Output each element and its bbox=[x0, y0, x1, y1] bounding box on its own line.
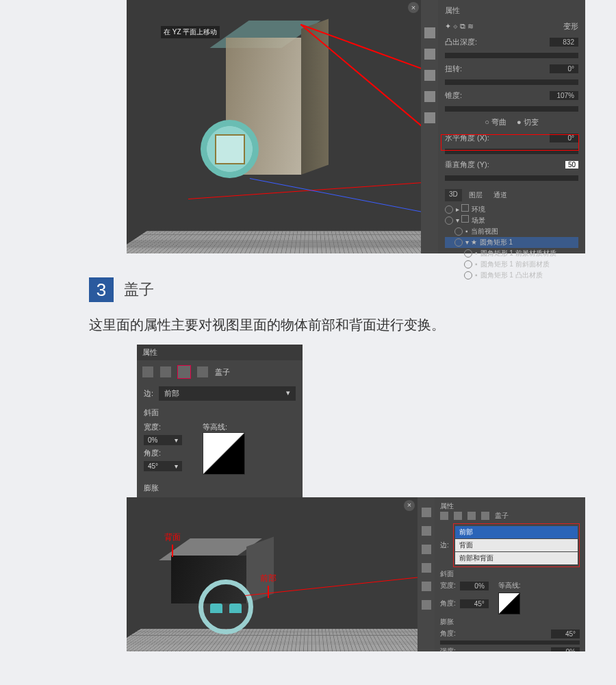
inf-angle-slider[interactable] bbox=[440, 640, 580, 645]
taper-slider[interactable] bbox=[445, 106, 578, 112]
shear-label: 切变 bbox=[524, 118, 539, 126]
coord-icon[interactable] bbox=[481, 512, 489, 520]
visibility-icon[interactable] bbox=[454, 227, 463, 236]
bevel-title: 斜面 bbox=[144, 408, 296, 418]
inf-angle-value[interactable]: 45° bbox=[551, 630, 580, 638]
extrude-slider[interactable] bbox=[445, 53, 578, 58]
properties-panel: 属性 ✦ ⟐ ⧉ ≋变形 凸出深度:832 扭转:0° 锥度:107% ○ 弯曲… bbox=[438, 0, 585, 253]
close-icon[interactable]: × bbox=[408, 2, 419, 13]
close-icon[interactable]: × bbox=[404, 500, 415, 511]
3d-viewport[interactable]: 在 YZ 平面上移动 × bbox=[127, 0, 421, 253]
cap-icon[interactable] bbox=[178, 366, 190, 378]
deform-icon[interactable] bbox=[160, 366, 171, 377]
mode-icons[interactable]: ✦ ⟐ ⧉ ≋ bbox=[445, 22, 474, 31]
side-label: 边: bbox=[144, 388, 153, 399]
tool-icon[interactable] bbox=[422, 563, 431, 573]
tool-icon[interactable] bbox=[424, 27, 435, 38]
visibility-icon[interactable] bbox=[464, 260, 472, 269]
tree-env[interactable]: 环境 bbox=[472, 204, 485, 215]
screenshot-cap-panel: 属性 盖子 边: 前部▾ 斜面 宽度: 0%▾ 角度: 45°▾ 等高线: 膨胀 bbox=[137, 345, 303, 497]
deform-icon[interactable] bbox=[454, 512, 462, 520]
dd-option-front[interactable]: 前部 bbox=[455, 526, 578, 538]
extrude-label: 凸出深度: bbox=[445, 37, 477, 47]
cap-icon bbox=[210, 603, 222, 613]
bend-shear-radio[interactable]: ○ 弯曲● 切变 bbox=[445, 117, 578, 127]
cap-label: 盖子 bbox=[215, 367, 230, 377]
visibility-icon[interactable] bbox=[445, 216, 453, 225]
inf-str-value[interactable]: 0% bbox=[551, 647, 580, 652]
visibility-icon[interactable] bbox=[464, 271, 472, 279]
vangle-label: 垂直角度 (Y): bbox=[445, 160, 489, 170]
tool-icon[interactable] bbox=[422, 600, 431, 610]
width-dropdown[interactable]: 0%▾ bbox=[144, 435, 182, 445]
extrude-value[interactable]: 832 bbox=[550, 38, 578, 47]
angle-dropdown[interactable]: 45°▾ bbox=[144, 461, 182, 471]
highlight-box bbox=[441, 134, 579, 151]
visibility-icon[interactable] bbox=[445, 206, 453, 214]
twist-value[interactable]: 0° bbox=[550, 64, 578, 73]
tool-icon[interactable] bbox=[424, 112, 435, 123]
tab-layers[interactable]: 图层 bbox=[465, 189, 487, 201]
side-dropdown-open[interactable]: 前部 背面 前部和背面 bbox=[453, 523, 580, 567]
tree-mat[interactable]: 圆角矩形 1 前景材质材质 bbox=[480, 248, 556, 259]
section-paragraph: 这里面的属性主要对视图里面的物体前部和背面进行变换。 bbox=[89, 316, 616, 334]
tool-icon[interactable] bbox=[422, 508, 431, 517]
deform-gizmo[interactable] bbox=[201, 120, 259, 178]
cap-label: 盖子 bbox=[495, 511, 509, 521]
inf-angle-label: 角度: bbox=[440, 629, 456, 638]
tool-icon[interactable] bbox=[424, 49, 435, 60]
cap-gizmo[interactable] bbox=[198, 580, 253, 634]
angle-value[interactable]: 45° bbox=[460, 599, 489, 608]
mode-label: 变形 bbox=[563, 21, 578, 32]
width-value[interactable]: 0% bbox=[460, 582, 489, 590]
tool-icon[interactable] bbox=[424, 91, 435, 102]
bend-label: 弯曲 bbox=[491, 118, 506, 126]
panel-title: 属性 bbox=[445, 5, 578, 16]
contour-label: 等高线: bbox=[203, 422, 245, 432]
ground-grid bbox=[127, 629, 418, 651]
tree-scene[interactable]: 场景 bbox=[472, 215, 485, 226]
tab-channels[interactable]: 通道 bbox=[489, 189, 511, 201]
section-heading: 3 盖子 bbox=[89, 277, 616, 302]
3d-viewport[interactable]: 背面 前部 × bbox=[127, 497, 418, 651]
vangle-input[interactable]: 50 bbox=[565, 161, 578, 169]
cap-icon[interactable] bbox=[467, 512, 476, 520]
side-dropdown[interactable]: 前部▾ bbox=[159, 386, 296, 401]
inflate-title: 膨胀 bbox=[144, 483, 296, 493]
panel-title: 属性 bbox=[440, 501, 580, 511]
tree-curview[interactable]: 当前视图 bbox=[471, 226, 498, 237]
label-front: 前部 bbox=[260, 573, 277, 598]
inflate-section: 膨胀 bbox=[137, 479, 303, 497]
visibility-icon[interactable] bbox=[464, 249, 472, 258]
tool-icon[interactable] bbox=[424, 70, 435, 81]
side-row: 边: 前部▾ bbox=[137, 384, 303, 403]
bevel-title: 斜面 bbox=[440, 569, 580, 579]
screenshot-3d-deform: 在 YZ 平面上移动 × 属性 ✦ ⟐ ⧉ ≋变形 凸出深度:832 扭转:0°… bbox=[127, 0, 585, 253]
contour-thumbnail[interactable] bbox=[498, 593, 520, 614]
axis-line-z bbox=[250, 178, 421, 231]
tool-icon[interactable] bbox=[422, 582, 431, 591]
angle-value: 45° bbox=[148, 462, 158, 470]
tree-mat[interactable]: 圆角矩形 1 凸出材质 bbox=[480, 270, 543, 281]
contour-thumbnail[interactable] bbox=[203, 432, 245, 475]
dd-option-back[interactable]: 背面 bbox=[455, 539, 578, 551]
3d-scene-tree: ▸ 环境 ▾ 场景 ▪当前视图 ▾ ★圆角矩形 1 ▪圆角矩形 1 前景材质材质… bbox=[445, 204, 578, 281]
visibility-icon[interactable] bbox=[454, 238, 463, 247]
coord-icon[interactable] bbox=[197, 366, 208, 377]
twist-slider[interactable] bbox=[445, 79, 578, 85]
tool-column bbox=[421, 0, 438, 253]
angle-label: 角度: bbox=[144, 448, 182, 458]
inflate-title: 膨胀 bbox=[440, 617, 580, 627]
tool-icon[interactable] bbox=[422, 545, 431, 554]
side-value: 前部 bbox=[164, 388, 179, 399]
vangle-slider[interactable] bbox=[445, 175, 578, 181]
dd-option-both[interactable]: 前部和背面 bbox=[455, 552, 578, 564]
tab-3d[interactable]: 3D bbox=[445, 189, 462, 201]
tree-mat[interactable]: 圆角矩形 1 前斜面材质 bbox=[480, 259, 550, 270]
taper-value[interactable]: 107% bbox=[550, 91, 578, 100]
tool-icon[interactable] bbox=[422, 526, 431, 536]
tree-shape[interactable]: 圆角矩形 1 bbox=[480, 237, 513, 248]
panel-mode-icons: 盖子 bbox=[137, 360, 303, 384]
mesh-icon[interactable] bbox=[440, 512, 448, 520]
mesh-icon[interactable] bbox=[142, 366, 153, 377]
